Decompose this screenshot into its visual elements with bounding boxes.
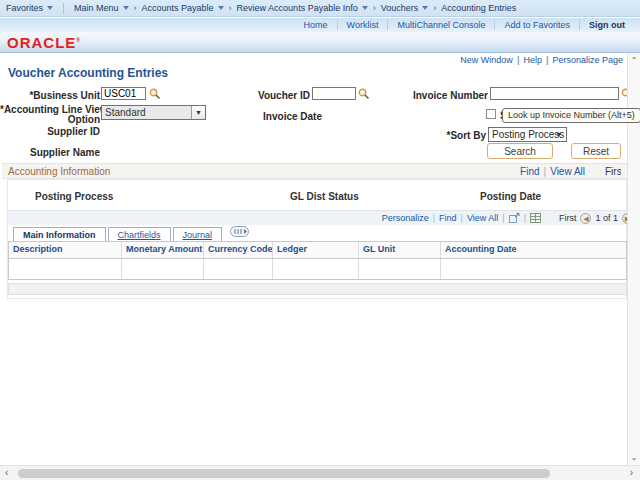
cell-description <box>9 259 121 279</box>
business-unit-input[interactable] <box>101 87 146 100</box>
breadcrumb-separator: › <box>229 3 232 13</box>
utility-nav: Home Worklist MultiChannel Console Add t… <box>0 18 640 32</box>
table-row <box>9 259 626 279</box>
breadcrumb-accounts-payable[interactable]: Accounts Payable <box>142 3 224 13</box>
worklist-link[interactable]: Worklist <box>337 20 388 30</box>
col-description[interactable]: Description <box>9 242 121 258</box>
col-ledger[interactable]: Ledger <box>272 242 358 258</box>
cell-accounting-date <box>440 259 626 279</box>
supplier-id-label: Supplier ID <box>0 126 100 137</box>
lookup-tooltip: Look up Invoice Number (Alt+5) <box>502 108 640 123</box>
breadcrumb: Favorites Main Menu › Accounts Payable ›… <box>0 0 640 17</box>
tab-main-information[interactable]: Main Information <box>13 227 106 241</box>
dropdown-arrow-icon: ▼ <box>191 106 205 119</box>
accounting-entries-table: Description Monetary Amount Currency Cod… <box>8 241 627 280</box>
sort-by-label: *Sort By <box>418 130 486 141</box>
invoice-number-label: Invoice Number <box>378 90 488 101</box>
business-unit-lookup-icon[interactable] <box>149 88 161 100</box>
scroll-right-icon[interactable]: › <box>630 467 633 478</box>
grid-pager-first-label: First <box>559 213 577 223</box>
cell-currency-code <box>203 259 272 279</box>
posting-process-label: Posting Process <box>35 191 113 202</box>
divider <box>63 3 64 14</box>
peoplesoft-window: Favorites Main Menu › Accounts Payable ›… <box>0 0 640 480</box>
horizontal-scrollbar-thumb[interactable] <box>18 469 550 478</box>
invoice-number-input[interactable] <box>490 87 619 100</box>
show-foreign-checkbox[interactable] <box>486 109 496 119</box>
voucher-id-input[interactable] <box>312 87 356 100</box>
business-unit-label: *Business Unit <box>0 90 100 101</box>
favorites-label: Favorites <box>6 3 43 13</box>
grid-view-all-link[interactable]: View All <box>467 213 498 223</box>
scroll-left-icon[interactable]: ‹ <box>5 467 8 478</box>
oracle-logo: ORACLE® <box>7 34 81 51</box>
new-window-link[interactable]: New Window <box>460 55 513 65</box>
tab-chartfields[interactable]: Chartfields <box>108 227 171 241</box>
breadcrumb-main-menu[interactable]: Main Menu <box>74 3 129 13</box>
download-to-excel-icon[interactable] <box>530 213 541 223</box>
grid-personalize-link[interactable]: Personalize <box>382 213 429 223</box>
chevron-down-icon <box>47 6 53 10</box>
pager-previous-icon[interactable]: ◀ <box>580 213 591 224</box>
sign-out-link[interactable]: Sign out <box>579 20 634 30</box>
zoom-grid-icon[interactable] <box>509 213 520 223</box>
voucher-id-label: Voucher ID <box>200 90 310 101</box>
chevron-down-icon <box>422 6 428 10</box>
grid-toolbar: Personalize | Find | View All | | First … <box>8 210 627 225</box>
col-currency-code[interactable]: Currency Code <box>203 242 272 258</box>
search-button[interactable]: Search <box>487 143 553 159</box>
reset-button[interactable]: Reset <box>571 143 621 159</box>
scroll-down-icon[interactable]: ⌄ <box>628 453 640 462</box>
logo-bar: ORACLE® <box>0 32 640 53</box>
chevron-down-icon <box>218 6 224 10</box>
grid-pager-count: 1 of 1 <box>595 213 618 223</box>
table-header-row: Description Monetary Amount Currency Cod… <box>9 242 626 259</box>
personalize-page-link[interactable]: Personalize Page <box>552 55 623 65</box>
page-title: Voucher Accounting Entries <box>8 66 168 80</box>
grid-tabs: Main Information Chartfields Journal <box>13 225 252 241</box>
cell-monetary-amount <box>121 259 203 279</box>
home-link[interactable]: Home <box>295 20 337 30</box>
registered-mark: ® <box>76 37 81 43</box>
page-action-bar: New Window | Help | Personalize Page <box>460 55 623 65</box>
posting-date-label: Posting Date <box>480 191 541 202</box>
grid-footer-bar <box>8 283 627 295</box>
section-view-all-link[interactable]: View All <box>550 166 585 177</box>
favorites-menu[interactable]: Favorites <box>6 3 53 13</box>
col-gl-unit[interactable]: GL Unit <box>358 242 440 258</box>
accounting-line-view-label-2: Option <box>0 114 100 125</box>
chevron-down-icon <box>362 6 368 10</box>
sort-by-select[interactable]: Posting Process ▼ <box>488 127 567 142</box>
section-title: Accounting Information <box>8 166 110 177</box>
grid-find-link[interactable]: Find <box>439 213 457 223</box>
section-pager-first: First <box>605 166 621 177</box>
col-accounting-date[interactable]: Accounting Date <box>440 242 626 258</box>
cell-ledger <box>272 259 358 279</box>
breadcrumb-separator: › <box>433 3 436 13</box>
help-link[interactable]: Help <box>523 55 542 65</box>
breadcrumb-vouchers[interactable]: Vouchers <box>381 3 429 13</box>
breadcrumb-review-ap-info[interactable]: Review Accounts Payable Info <box>237 3 368 13</box>
supplier-name-label: Supplier Name <box>0 147 100 158</box>
scroll-up-icon[interactable]: ⌃ <box>628 56 640 65</box>
tab-journal[interactable]: Journal <box>173 227 223 241</box>
multichannel-console-link[interactable]: MultiChannel Console <box>387 20 494 30</box>
section-find-link[interactable]: Find <box>520 166 539 177</box>
breadcrumb-separator: › <box>373 3 376 13</box>
add-to-favorites-link[interactable]: Add to Favorites <box>494 20 579 30</box>
breadcrumb-separator: › <box>134 3 137 13</box>
line-view-option-select[interactable]: Standard ▼ <box>101 105 206 120</box>
show-all-columns-icon[interactable] <box>230 226 252 239</box>
accounting-information-header: Accounting Information Find | View All F… <box>2 163 627 179</box>
breadcrumb-accounting-entries: Accounting Entries <box>441 3 516 13</box>
invoice-date-label: Invoice Date <box>212 111 322 122</box>
gl-dist-status-label: GL Dist Status <box>290 191 359 202</box>
col-monetary-amount[interactable]: Monetary Amount <box>121 242 203 258</box>
dropdown-arrow-icon: ▼ <box>552 128 566 141</box>
cell-gl-unit <box>358 259 440 279</box>
voucher-id-lookup-icon[interactable] <box>358 88 370 100</box>
chevron-down-icon <box>123 6 129 10</box>
horizontal-scrollbar[interactable]: ‹ › <box>0 465 640 480</box>
